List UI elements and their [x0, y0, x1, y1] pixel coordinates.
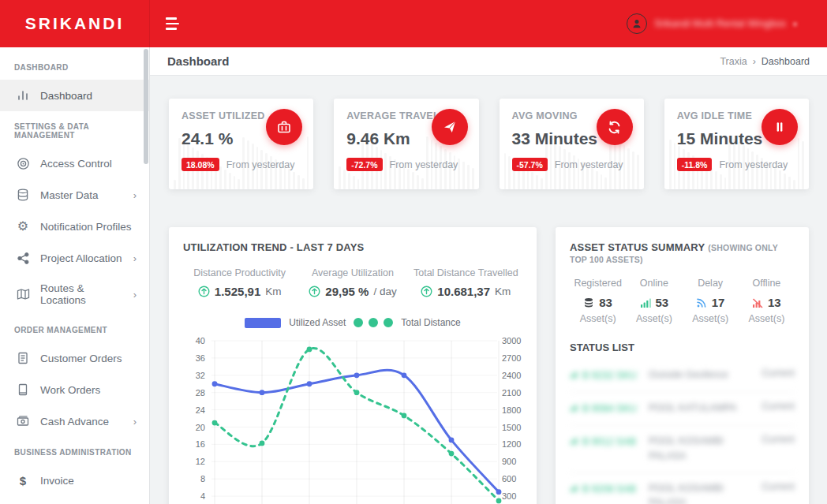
sidebar-item-invoice[interactable]: $ Invoice — [0, 465, 149, 496]
pause-icon — [762, 109, 798, 145]
chevron-down-icon: ▾ — [793, 20, 797, 28]
summary-count: 53 — [656, 296, 669, 309]
stat-card-note: From yesterday — [390, 159, 458, 170]
sync-icon — [597, 109, 633, 145]
sidebar-item-label: Notification Profiles — [40, 221, 132, 233]
page-title: Dashboard — [167, 54, 229, 68]
summary-label: Registered — [570, 278, 626, 289]
summary-count: 83 — [599, 296, 612, 309]
sidebar-item-customer-orders[interactable]: Customer Orders — [0, 342, 149, 374]
asset-summary: Registered 83 Asset(s) Online 53 Asset(s… — [570, 278, 795, 324]
stat-cards-row: ASSET UTILIZED 24.1 % 18.08% From yester… — [169, 99, 809, 189]
stat-unit: Km — [265, 286, 281, 297]
chevron-right-icon: › — [133, 252, 137, 264]
sidebar-item-label: Invoice — [40, 475, 74, 487]
status-badge: -72.7% — [346, 158, 382, 171]
status-badge: -57.7% — [512, 158, 548, 171]
asset-status-panel: ASSET STATUS SUMMARY(SHOWING ONLY TOP 10… — [556, 227, 809, 504]
dollar-icon: $ — [16, 473, 30, 487]
chevron-right-icon: › — [133, 289, 137, 301]
svg-text:2700: 2700 — [502, 353, 521, 363]
legend-label: Total Distance — [401, 317, 460, 328]
signal-icon — [570, 436, 578, 445]
asset-id: B 9232 SKU — [570, 368, 642, 383]
summary-unit: Asset(s) — [739, 313, 795, 324]
asset-status: Current — [749, 481, 795, 504]
sidebar-item-label: Project Allocation — [40, 252, 122, 264]
stat-card-note: From yesterday — [719, 159, 788, 170]
summary-label: Offline — [739, 278, 795, 289]
menu-icon[interactable] — [166, 17, 181, 30]
stat-card-average-travel: AVERAGE TRAVEL 9.46 Km -72.7% From yeste… — [334, 99, 478, 189]
signal-icon — [570, 403, 578, 412]
summary-count: 17 — [712, 296, 725, 309]
sidebar-item-work-orders[interactable]: Work Orders — [0, 374, 149, 405]
sidebar-item-notification-profiles[interactable]: ⚙ Notification Profiles — [0, 211, 149, 242]
stat-card-avg-moving: AVG MOVING 33 Minutes -57.7% From yester… — [500, 99, 644, 189]
svg-text:4: 4 — [200, 491, 205, 501]
document-icon — [16, 351, 30, 365]
asset-location: POOL KOSAMBI PALASA — [649, 481, 743, 504]
summary-label: Online — [626, 278, 682, 289]
database-icon — [16, 188, 30, 202]
sidebar-scrollbar[interactable] — [144, 49, 148, 164]
status-list-item[interactable]: B 9012 SABPOOL KOSAMBI PALASACurrent — [570, 426, 795, 473]
stat-label: Average Utilization — [296, 267, 409, 278]
breadcrumb-root[interactable]: Traxia — [720, 56, 747, 67]
asset-id: B 9208 SAB — [570, 481, 642, 504]
status-list-item[interactable]: B 9084 SKUPOOL KATULAMPACurrent — [570, 393, 795, 426]
sidebar-item-label: Customer Orders — [40, 353, 122, 364]
database-icon — [583, 297, 594, 308]
sidebar-item-label: Master Data — [40, 189, 99, 201]
breadcrumb: Traxia › Dashboard — [720, 56, 810, 67]
stat-value: 1.525,91 — [215, 285, 260, 298]
stat-label: Total Distance Travelled — [410, 267, 522, 278]
chevron-right-icon: › — [133, 416, 137, 427]
sidebar-item-dashboard[interactable]: Dashboard — [0, 80, 149, 111]
svg-text:3000: 3000 — [502, 336, 521, 345]
stat-label: Distance Productivity — [183, 267, 296, 278]
asset-location: Outside Geofence — [649, 368, 743, 383]
summary-label: Delay — [683, 278, 739, 289]
sidebar-item-label: Cash Advance — [40, 416, 109, 427]
share-icon — [16, 251, 30, 265]
svg-text:24: 24 — [196, 405, 205, 415]
sidebar-item-cash-advance[interactable]: Cash Advance › — [0, 405, 149, 437]
bar-chart-icon — [16, 88, 30, 103]
svg-text:2400: 2400 — [502, 371, 521, 380]
status-list-item[interactable]: B 9232 SKUOutside GeofenceCurrent — [570, 360, 795, 393]
sidebar-item-master-data[interactable]: Master Data › — [0, 179, 149, 211]
status-list-item[interactable]: B 9208 SABPOOL KOSAMBI PALASACurrent — [570, 473, 795, 504]
sidebar-item-access-control[interactable]: Access Control — [0, 147, 149, 179]
stat-unit: / day — [373, 286, 396, 297]
sidebar-item-routes-locations[interactable]: Routes & Locations › — [0, 274, 149, 315]
briefcase-icon — [266, 109, 302, 145]
stat-card-avg-idle-time: AVG IDLE TIME 15 Minutes -11.8% From yes… — [664, 99, 809, 189]
signal-off-icon — [752, 297, 763, 308]
sidebar-item-label: Routes & Locations — [40, 282, 123, 306]
sidebar: DASHBOARD Dashboard SETTINGS & DATA MANA… — [0, 47, 150, 504]
sidebar-item-label: Dashboard — [40, 90, 92, 102]
account-menu[interactable]: Srikandi Multi Rental Wingbox ▾ — [627, 13, 827, 34]
sidebar-item-project-allocation[interactable]: Project Allocation › — [0, 242, 149, 274]
stat-value: 10.681,37 — [437, 285, 490, 298]
legend-swatch-total-distance — [354, 318, 393, 327]
main-content: ASSET UTILIZED 24.1 % 18.08% From yester… — [150, 76, 827, 504]
sidebar-item-label: Access Control — [40, 158, 112, 170]
wallet-icon — [16, 414, 30, 428]
asset-location: POOL KOSAMBI PALASA — [649, 434, 743, 464]
sidebar-section-settings: SETTINGS & DATA MANAGEMENT — [0, 111, 149, 147]
svg-text:300: 300 — [502, 491, 516, 501]
arrow-up-circle-icon — [421, 286, 432, 297]
stat-card-asset-utilized: ASSET UTILIZED 24.1 % 18.08% From yester… — [169, 99, 313, 189]
arrow-up-circle-icon — [309, 286, 320, 297]
asset-location: POOL KATULAMPA — [649, 401, 743, 416]
sidebar-section-dashboard: DASHBOARD — [0, 52, 149, 80]
legend-swatch-utilized-asset — [245, 318, 281, 328]
stat-unit: Km — [495, 286, 511, 297]
chevron-right-icon: › — [133, 189, 137, 201]
svg-text:600: 600 — [502, 474, 516, 483]
chart-legend: Utilized Asset Total Distance — [183, 317, 522, 328]
breadcrumb-separator-icon: › — [753, 56, 756, 67]
sidebar-item-label: Work Orders — [40, 384, 100, 396]
